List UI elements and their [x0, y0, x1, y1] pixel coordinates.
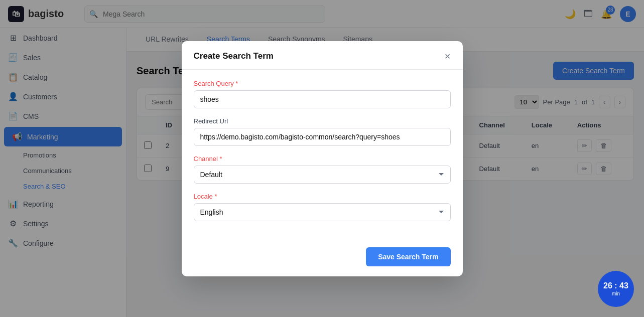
redirect-url-group: Redirect Url [194, 117, 451, 146]
search-query-label: Search Query * [194, 80, 451, 87]
modal-footer: Save Search Term [182, 240, 463, 276]
channel-group: Channel * Default [194, 155, 451, 184]
channel-select[interactable]: Default [194, 166, 451, 184]
modal-close-button[interactable]: × [445, 51, 451, 61]
locale-label: Locale * [194, 193, 451, 200]
locale-select[interactable]: English [194, 203, 451, 221]
modal-body: Search Query * Redirect Url Channel * De… [182, 70, 463, 240]
redirect-url-input[interactable] [194, 128, 451, 146]
timer: 26 : 43 min [598, 271, 634, 307]
search-query-input[interactable] [194, 90, 451, 108]
locale-group: Locale * English [194, 193, 451, 221]
redirect-url-label: Redirect Url [194, 117, 451, 125]
timer-label: min [612, 291, 620, 297]
search-query-group: Search Query * [194, 80, 451, 108]
modal-title: Create Search Term [194, 51, 274, 61]
modal-overlay[interactable]: Create Search Term × Search Query * Redi… [0, 0, 644, 317]
modal-header: Create Search Term × [182, 41, 463, 70]
create-search-term-modal: Create Search Term × Search Query * Redi… [182, 41, 463, 276]
timer-time: 26 : 43 [603, 281, 628, 290]
save-search-term-button[interactable]: Save Search Term [366, 247, 450, 266]
channel-label: Channel * [194, 155, 451, 163]
